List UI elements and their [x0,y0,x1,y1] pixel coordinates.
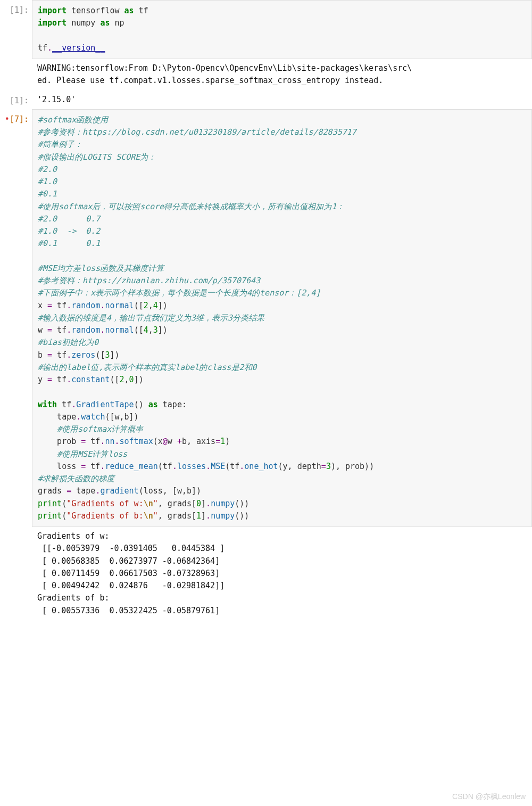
code-cell-1: [1]: import tensorflow as tf import nump… [0,0,532,59]
prompt-in-7: •[7]: [0,109,32,126]
version-output: '2.15.0' [32,91,532,109]
kw-import: import [38,6,66,15]
prompt-in-1: [1]: [0,0,32,17]
output-warning: WARNING:tensorflow:From D:\Pyton-Opencv\… [0,59,532,91]
prompt-out-1: [1]: [0,91,32,107]
modified-dot-icon: • [5,114,10,124]
prompt-empty-1 [0,59,32,63]
output-value-1: [1]: '2.15.0' [0,91,532,109]
dunder-version: __version__ [52,43,105,53]
output-gradients: Gradients of w: [[-0.0053979 -0.0391405 … [0,527,532,620]
prompt-empty-2 [0,527,32,531]
code-cell-2: •[7]: #softmax函数使用 #参考资料：https://blog.cs… [0,109,532,527]
gradients-text: Gradients of w: [[-0.0053979 -0.0391405 … [32,527,532,620]
code-area-2[interactable]: #softmax函数使用 #参考资料：https://blog.csdn.net… [32,109,532,527]
warning-text: WARNING:tensorflow:From D:\Pyton-Opencv\… [32,59,532,91]
code-area-1[interactable]: import tensorflow as tf import numpy as … [32,0,532,59]
